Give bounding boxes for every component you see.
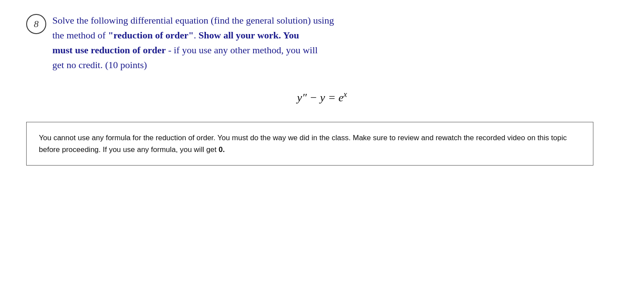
problem-text-line2-part1: the method of — [52, 30, 108, 41]
page-content: 8 Solve the following differential equat… — [26, 13, 618, 166]
problem-text-line2-part2: . — [194, 30, 199, 41]
problem-number: 8 — [26, 14, 46, 34]
problem-text-line3-bold: must use reduction of order — [52, 45, 166, 55]
equation-text: y″ − y = e — [297, 91, 344, 104]
problem-text-line3-rest: - if you use any other method, you will — [166, 45, 318, 55]
problem-text-quoted: "reduction of order" — [108, 30, 194, 41]
equation-container: y″ − y = ex — [26, 90, 618, 104]
problem-text-line4: get no credit. (10 points) — [52, 59, 147, 70]
problem-text-show-work: Show all your work. — [199, 30, 281, 41]
note-bold-end: 0. — [219, 145, 225, 154]
problem-section: 8 Solve the following differential equat… — [26, 13, 618, 73]
note-box: You cannot use any formula for the reduc… — [26, 122, 593, 166]
problem-text-line1: Solve the following differential equatio… — [52, 15, 334, 26]
equation-superscript: x — [343, 90, 347, 99]
problem-text-you: You — [281, 30, 299, 41]
differential-equation: y″ − y = ex — [297, 90, 347, 104]
problem-description: Solve the following differential equatio… — [52, 13, 334, 73]
note-text: You cannot use any formula for the reduc… — [39, 134, 567, 154]
